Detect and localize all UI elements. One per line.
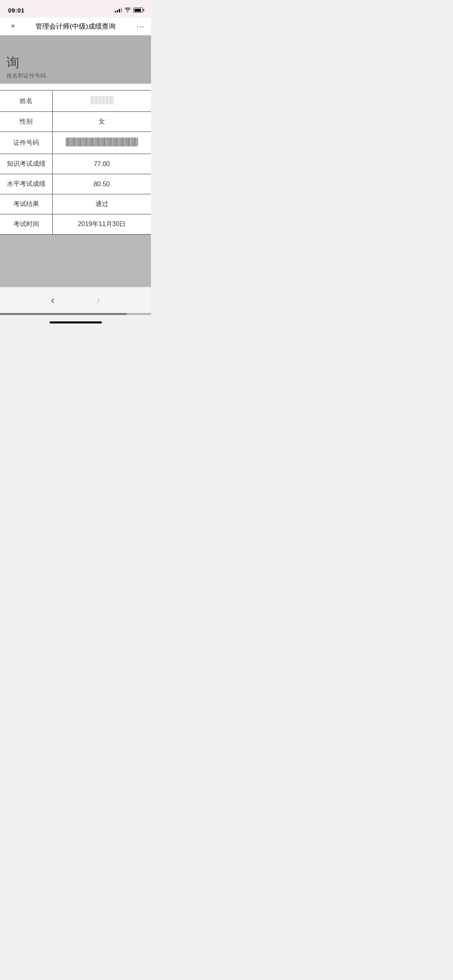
table-value: 2019年11月30日 <box>52 214 151 235</box>
table-label: 证件号码 <box>0 132 52 154</box>
signal-icon <box>115 8 122 12</box>
table-value <box>52 132 151 154</box>
back-button[interactable]: ‹ <box>46 292 59 308</box>
table-row: 姓名 <box>0 91 151 112</box>
page-title: 管理会计师(中级)成绩查询 <box>23 22 128 31</box>
redacted-id <box>66 138 138 146</box>
table-label: 知识考试成绩 <box>0 154 52 174</box>
table-row: 知识考试成绩77.00 <box>0 154 151 174</box>
status-bar: 09:01 <box>0 0 151 18</box>
table-label: 性别 <box>0 112 52 132</box>
table-row: 考试时间2019年11月30日 <box>0 214 151 235</box>
table-row: 考试结果通过 <box>0 194 151 214</box>
table-row: 证件号码 <box>0 132 151 154</box>
banner-subtitle: 姓名和证件号码 <box>6 72 46 80</box>
redacted-name <box>90 96 114 104</box>
table-value <box>52 91 151 112</box>
forward-button[interactable]: › <box>92 292 105 308</box>
table-label: 水平考试成绩 <box>0 174 52 194</box>
battery-icon <box>133 8 143 12</box>
browser-nav: ‹ › <box>0 287 151 313</box>
table-value: 77.00 <box>52 154 151 174</box>
home-indicator <box>50 321 102 323</box>
wifi-icon <box>124 7 131 13</box>
status-icons <box>115 7 143 13</box>
status-time: 09:01 <box>8 7 25 14</box>
close-button[interactable]: × <box>6 22 19 31</box>
table-value: 通过 <box>52 194 151 214</box>
content-area: 姓名性别女证件号码知识考试成绩77.00水平考试成绩80.50考试结果通过考试时… <box>0 84 151 235</box>
table-value: 女 <box>52 112 151 132</box>
nav-bar: × 管理会计师(中级)成绩查询 ··· <box>0 18 151 35</box>
more-button[interactable]: ··· <box>132 22 145 31</box>
top-banner: 询 姓名和证件号码 <box>0 35 151 84</box>
table-label: 考试结果 <box>0 194 52 214</box>
table-label: 姓名 <box>0 91 52 112</box>
table-row: 性别女 <box>0 112 151 132</box>
results-table: 姓名性别女证件号码知识考试成绩77.00水平考试成绩80.50考试结果通过考试时… <box>0 90 151 235</box>
table-label: 考试时间 <box>0 214 52 235</box>
table-value: 80.50 <box>52 174 151 194</box>
table-row: 水平考试成绩80.50 <box>0 174 151 194</box>
banner-title: 询 <box>6 54 19 72</box>
